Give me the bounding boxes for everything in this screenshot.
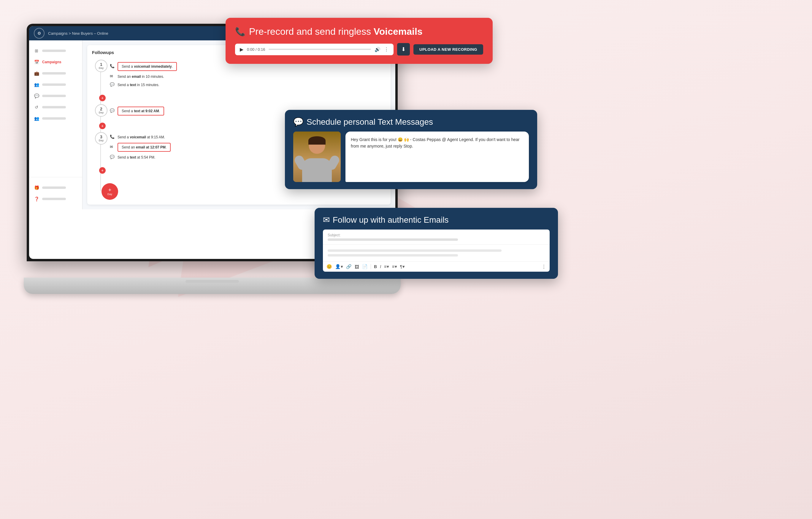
sidebar-label-bar bbox=[42, 106, 66, 108]
breadcrumb: Campaigns > New Buyers – Online bbox=[48, 31, 108, 36]
upload-button[interactable]: UPLOAD A NEW RECORDING bbox=[413, 44, 483, 55]
action-row-email[interactable]: ✉ Send an email in 10 minutes. bbox=[110, 74, 386, 79]
timeline-add-1[interactable]: + bbox=[99, 95, 106, 101]
email-action-icon-3: ✉ bbox=[110, 144, 115, 150]
action-text: Send a text at 9:02 AM. bbox=[122, 109, 160, 113]
text-action-icon: 💬 bbox=[110, 82, 115, 88]
text-message-content: Hey Grant this is for you! 😀 🙌 - Costas … bbox=[351, 137, 519, 148]
mention-toolbar-icon[interactable]: 👤▾ bbox=[335, 264, 343, 269]
para-toolbar-icon[interactable]: ¶▾ bbox=[400, 264, 405, 269]
email-subject-area: Subject: bbox=[323, 229, 550, 245]
day-number: 3 bbox=[100, 135, 103, 139]
email-editor: Subject: 😊 👤▾ 🔗 🖼 📄 B I ≡▾ ≡▾ ¶▾ ⋮ bbox=[323, 229, 550, 272]
action-text: Send a voicemail immediately. bbox=[122, 64, 173, 69]
dashboard-icon: ⊞ bbox=[34, 48, 39, 53]
app-logo: ⚙ bbox=[34, 28, 45, 38]
day-number: 1 bbox=[100, 62, 103, 66]
audio-player[interactable]: ▶ 0:00 / 0:16 🔊 ⋮ bbox=[235, 44, 394, 55]
sidebar-label-bar bbox=[42, 83, 66, 86]
voicemail-card: 📞 Pre-record and send ringless Voicemail… bbox=[226, 18, 493, 64]
text-action-icon-3: 💬 bbox=[110, 155, 115, 160]
add-day-plus: + bbox=[108, 187, 112, 193]
volume-icon[interactable]: 🔊 bbox=[375, 47, 380, 52]
sidebar-item-messages[interactable]: 💬 bbox=[29, 90, 82, 102]
subject-label: Subject: bbox=[328, 233, 545, 237]
chat-bubble-icon: 💬 bbox=[293, 117, 303, 127]
image-toolbar-icon[interactable]: 🖼 bbox=[355, 264, 359, 269]
textmsg-title-bold: Text Messages bbox=[378, 117, 433, 127]
person-photo bbox=[293, 132, 341, 182]
sidebar-item-groups[interactable]: 👥 bbox=[29, 79, 82, 90]
file-toolbar-icon[interactable]: 📄 bbox=[362, 264, 368, 269]
voicemail-title-text: Pre-record and send ringless Voicemails bbox=[249, 26, 423, 37]
sidebar-label-bar bbox=[42, 117, 66, 120]
text-action-icon-2: 💬 bbox=[110, 108, 115, 114]
sidebar-item-contacts[interactable]: 💼 bbox=[29, 68, 82, 79]
ul-toolbar-icon[interactable]: ≡▾ bbox=[392, 264, 397, 269]
ol-toolbar-icon[interactable]: ≡▾ bbox=[384, 264, 389, 269]
refresh-icon: ↺ bbox=[34, 105, 39, 110]
logo-icon: ⚙ bbox=[37, 31, 41, 36]
link-toolbar-icon[interactable]: 🔗 bbox=[346, 264, 352, 269]
action-box-voicemail[interactable]: Send a voicemail immediately. bbox=[118, 62, 177, 71]
bold-toolbar-icon[interactable]: B bbox=[374, 264, 377, 269]
sidebar-label-bar bbox=[42, 198, 66, 200]
audio-time: 0:00 / 0:16 bbox=[247, 47, 265, 52]
briefcase-icon: 💼 bbox=[34, 71, 39, 76]
sidebar-item-dashboard[interactable]: ⊞ bbox=[29, 45, 82, 56]
sidebar-item-campaigns[interactable]: 📅 Campaigns bbox=[29, 56, 82, 68]
sidebar-item-automations[interactable]: ↺ bbox=[29, 102, 82, 113]
download-button[interactable]: ⬇ bbox=[397, 43, 410, 56]
team-icon: 👥 bbox=[34, 116, 39, 121]
action-box-text-2[interactable]: Send a text at 9:02 AM. bbox=[118, 107, 164, 115]
upload-label: UPLOAD A NEW RECORDING bbox=[419, 47, 477, 52]
subject-input-placeholder[interactable] bbox=[328, 239, 458, 241]
play-button[interactable]: ▶ bbox=[240, 47, 243, 52]
voicemail-card-title: 📞 Pre-record and send ringless Voicemail… bbox=[235, 26, 483, 37]
timeline-node-2: 2 Day bbox=[95, 104, 108, 117]
emoji-toolbar-icon[interactable]: 😊 bbox=[326, 264, 332, 269]
sidebar-label-bar bbox=[42, 50, 66, 52]
email-action-icon: ✉ bbox=[110, 74, 115, 79]
sidebar-label-bar bbox=[42, 187, 66, 189]
chat-icon: 💬 bbox=[34, 93, 39, 99]
voicemail-action-icon: 📞 bbox=[110, 64, 115, 69]
phone-icon: 📞 bbox=[235, 27, 245, 36]
email-card-title: ✉ Follow up with authentic Emails bbox=[323, 215, 550, 225]
action-text: Send a voicemail at 9:15 AM. bbox=[118, 135, 165, 139]
sidebar: ⊞ 📅 Campaigns 💼 👥 bbox=[29, 40, 83, 209]
action-row-text[interactable]: 💬 Send a text in 15 minutes. bbox=[110, 82, 386, 88]
textmsg-body: Hey Grant this is for you! 😀 🙌 - Costas … bbox=[293, 132, 529, 182]
email-card: ✉ Follow up with authentic Emails Subjec… bbox=[315, 208, 558, 279]
sidebar-campaigns-label: Campaigns bbox=[42, 60, 61, 64]
textmsg-title-text: Schedule personal Text Messages bbox=[307, 117, 433, 127]
italic-toolbar-icon[interactable]: I bbox=[380, 264, 381, 269]
email-title-text: Follow up with authentic Emails bbox=[333, 215, 449, 225]
timeline-step-1: 1 Day 📞 Send a voicemail immediately. bbox=[110, 60, 386, 88]
sidebar-label-bar bbox=[42, 72, 66, 75]
timeline-add-3[interactable]: + bbox=[99, 167, 106, 174]
day-number: 2 bbox=[100, 107, 103, 111]
sidebar-item-team[interactable]: 👥 bbox=[29, 113, 82, 124]
sidebar-item-upgrades[interactable]: 🎁 bbox=[29, 182, 82, 193]
action-text: Send an email in 10 minutes. bbox=[118, 75, 164, 79]
progress-bar[interactable] bbox=[269, 49, 371, 50]
action-box-email-3[interactable]: Send an email at 12:07 PM. bbox=[118, 143, 171, 152]
add-day-button[interactable]: + Day bbox=[102, 183, 118, 200]
voicemail-action-icon-3: 📞 bbox=[110, 135, 115, 140]
textmsg-card: 💬 Schedule personal Text Messages Hey Gr… bbox=[285, 110, 537, 189]
action-text: Send an email at 12:07 PM. bbox=[122, 145, 167, 149]
gift-icon: 🎁 bbox=[34, 185, 39, 190]
day-label: Day bbox=[99, 111, 104, 114]
sidebar-item-help[interactable]: ❓ bbox=[29, 193, 82, 204]
day-label: Day bbox=[99, 139, 104, 142]
action-text: Send a text at 5:54 PM. bbox=[118, 155, 155, 159]
day-label: Day bbox=[99, 66, 104, 70]
timeline-node-1: 1 Day bbox=[95, 60, 108, 72]
more-toolbar-icon[interactable]: ⋮ bbox=[542, 264, 546, 269]
timeline-add-2[interactable]: + bbox=[99, 122, 106, 129]
more-options-icon[interactable]: ⋮ bbox=[384, 47, 389, 52]
groups-icon: 👥 bbox=[34, 82, 39, 87]
voicemail-actions: ▶ 0:00 / 0:16 🔊 ⋮ ⬇ UPLOAD A NEW RECORDI… bbox=[235, 43, 483, 56]
email-title-bold: Emails bbox=[424, 215, 449, 224]
